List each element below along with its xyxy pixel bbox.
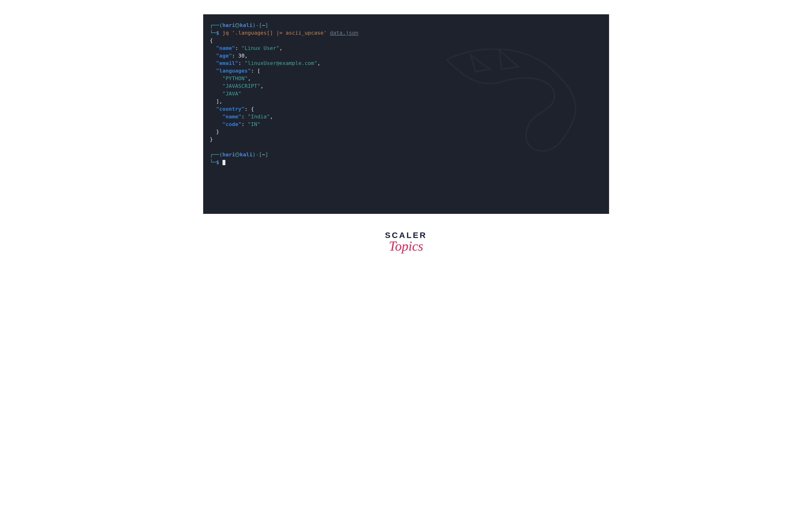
prompt-symbol: $ [216,30,219,36]
command-line[interactable]: └─$ jq '.languages[] |= ascii_upcase' da… [210,29,603,37]
prompt-line-1: ┌──(harikali)-[~] [210,21,603,29]
command-file: data.json [330,30,358,36]
output-lang-3: "JAVA" [210,90,603,98]
command-bin: jq [222,30,229,36]
output-country-key: "country": { [210,105,603,113]
prompt-host: kali [240,22,252,28]
branding: SCALER Topics [385,231,427,254]
skull-icon [235,152,240,157]
brand-topics: Topics [385,238,427,254]
output-country-name: "name": "India", [210,113,603,120]
prompt-input-line[interactable]: └─$ [210,159,603,166]
output-languages-key: "languages": [ [210,67,603,75]
output-brace-open: { [210,37,603,44]
output-languages-close: ], [210,98,603,105]
output-age: "age": 30, [210,52,603,60]
skull-icon [235,23,240,27]
output-name: "name": "Linux User", [210,44,603,52]
output-country-close: } [210,128,603,135]
prompt-line-2: ┌──(harikali)-[~] [210,151,603,159]
output-lang-1: "PYTHON", [210,75,603,82]
output-country-code: "code": "IN" [210,120,603,128]
output-lang-2: "JAVASCRIPT", [210,82,603,90]
prompt-user: hari [222,22,235,28]
output-brace-close: } [210,135,603,143]
blank-line [210,143,603,151]
output-email: "email": "linuxUser@example.com", [210,59,603,67]
terminal-window[interactable]: ┌──(harikali)-[~] └─$ jq '.languages[] |… [203,14,609,214]
cursor [222,160,226,165]
prompt-cwd: ~ [262,22,265,28]
command-filter: '.languages[] |= ascii_upcase' [232,30,327,36]
